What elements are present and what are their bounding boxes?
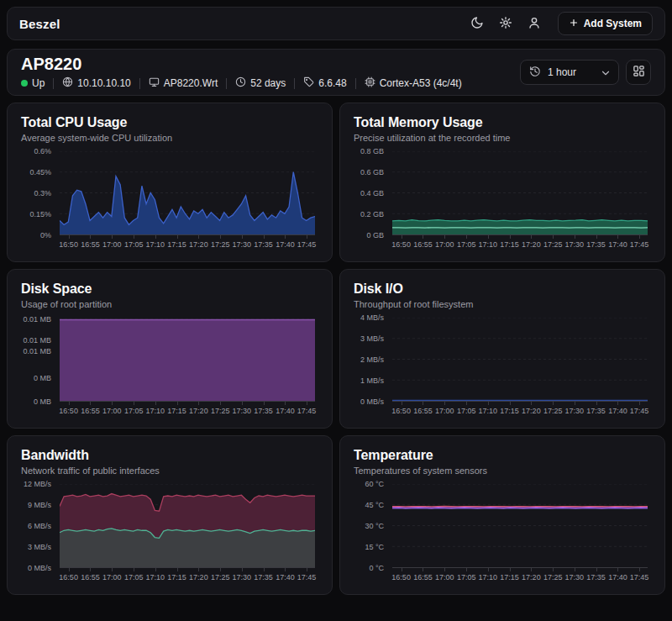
- x-tick-mark: [575, 235, 575, 239]
- x-tick-mark: [639, 235, 640, 239]
- x-axis-labels: 16:5016:5517:0017:0517:1017:1517:2017:25…: [60, 568, 315, 585]
- bandwidth-card: Bandwidth Network traffic of public inte…: [7, 435, 333, 595]
- x-tick-label: 17:45: [297, 240, 317, 249]
- x-tick-mark: [617, 402, 618, 405]
- page: Beszel Add System: [0, 0, 672, 602]
- x-tick-mark: [264, 235, 265, 239]
- x-tick-label: 17:05: [457, 573, 476, 582]
- x-tick-mark: [69, 402, 70, 405]
- x-tick-mark: [423, 235, 423, 239]
- chart-title: Bandwidth: [21, 448, 318, 463]
- y-axis-labels: 4 MB/s3 MB/s2 MB/s1 MB/s0 MB/s: [354, 318, 387, 402]
- x-tick-mark: [639, 568, 640, 571]
- y-tick-label: 0.2 GB: [360, 210, 384, 218]
- x-tick-mark: [264, 402, 265, 405]
- x-tick-mark: [466, 568, 467, 571]
- x-axis-labels: 16:5016:5517:0017:0517:1017:1517:2017:25…: [392, 568, 648, 585]
- x-tick-label: 16:55: [413, 407, 433, 415]
- cpu-usage-card: Total CPU Usage Average system-wide CPU …: [7, 103, 333, 262]
- settings-button[interactable]: [497, 15, 514, 32]
- x-tick-label: 16:50: [391, 573, 411, 582]
- x-tick-mark: [553, 568, 554, 571]
- theme-toggle-button[interactable]: [469, 15, 486, 32]
- x-tick-mark: [402, 568, 402, 571]
- chart-plot[interactable]: [60, 151, 315, 235]
- x-tick-mark: [220, 235, 221, 239]
- y-tick-label: 15 °C: [365, 543, 384, 551]
- system-title: AP8220: [21, 55, 462, 73]
- y-axis-labels: 0.01 MB0.01 MB0.01 MB0 MB0 MB: [21, 318, 55, 402]
- system-hostname: AP8220.Wrt: [149, 76, 218, 90]
- x-tick-label: 17:30: [564, 573, 584, 582]
- x-tick-mark: [423, 402, 423, 405]
- user-icon: [528, 16, 541, 32]
- system-chip-value: Cortex-A53 (4c/4t): [380, 77, 462, 89]
- y-tick-label: 45 °C: [365, 501, 384, 509]
- x-tick-label: 17:20: [522, 573, 541, 582]
- x-tick-label: 17:40: [276, 240, 295, 249]
- memory-usage-card: Total Memory Usage Precise utilization a…: [339, 103, 665, 262]
- x-tick-label: 17:25: [211, 573, 230, 582]
- y-tick-label: 0 °C: [369, 564, 384, 572]
- y-tick-label: 12 MB/s: [24, 480, 51, 488]
- disk-space-chart[interactable]: 0.01 MB0.01 MB0.01 MB0 MB0 MB 16:5016:55…: [21, 316, 318, 420]
- chart-plot[interactable]: [60, 318, 315, 402]
- add-system-button[interactable]: Add System: [558, 12, 653, 35]
- x-tick-mark: [90, 402, 91, 405]
- x-tick-label: 16:50: [59, 240, 78, 249]
- temperature-chart[interactable]: 60 °C45 °C30 °C15 °C0 °C 16:5016:5517:00…: [354, 482, 651, 587]
- x-tick-mark: [510, 235, 511, 239]
- chart-subtitle: Average system-wide CPU utilization: [21, 133, 318, 143]
- x-tick-label: 17:00: [102, 573, 122, 582]
- chart-subtitle: Usage of root partition: [21, 299, 318, 309]
- x-tick-label: 17:45: [297, 573, 317, 582]
- x-tick-label: 17:25: [211, 240, 230, 249]
- time-range-value: 1 hour: [548, 66, 576, 78]
- system-ip-value: 10.10.10.10: [77, 77, 130, 89]
- disk-io-chart[interactable]: 4 MB/s3 MB/s2 MB/s1 MB/s0 MB/s 16:5016:5…: [354, 316, 651, 420]
- y-tick-label: 0.15%: [29, 210, 51, 218]
- cpu-usage-chart[interactable]: 0.6%0.45%0.3%0.15%0% 16:5016:5517:0017:0…: [21, 150, 318, 254]
- y-tick-label: 0.4 GB: [360, 189, 384, 197]
- dashboard-grid-icon: [633, 65, 645, 80]
- x-tick-mark: [466, 235, 467, 239]
- x-tick-label: 17:40: [276, 407, 295, 415]
- x-tick-mark: [285, 235, 286, 239]
- x-tick-label: 17:00: [102, 240, 122, 249]
- x-tick-label: 17:30: [232, 240, 251, 249]
- x-tick-mark: [510, 568, 511, 571]
- y-tick-label: 0.01 MB: [23, 347, 51, 355]
- chart-plot[interactable]: [392, 151, 648, 235]
- x-tick-mark: [466, 402, 467, 405]
- y-tick-label: 0 MB/s: [360, 397, 384, 406]
- brand-logo[interactable]: Beszel: [19, 17, 60, 31]
- x-tick-mark: [69, 235, 70, 239]
- x-tick-label: 16:55: [81, 573, 100, 582]
- x-tick-label: 17:15: [500, 407, 519, 415]
- y-tick-label: 6 MB/s: [28, 522, 51, 530]
- chart-plot[interactable]: [392, 484, 648, 568]
- x-tick-mark: [285, 568, 286, 571]
- system-header: AP8220 Up 10.10.10.10: [7, 49, 665, 96]
- x-tick-label: 17:10: [145, 240, 165, 249]
- x-tick-mark: [617, 568, 618, 571]
- x-tick-label: 17:10: [145, 573, 165, 582]
- x-tick-label: 17:05: [457, 240, 476, 249]
- y-tick-label: 0 MB: [34, 397, 51, 406]
- x-tick-label: 16:55: [413, 573, 433, 582]
- x-tick-label: 16:50: [59, 573, 78, 582]
- x-tick-mark: [444, 402, 445, 405]
- chart-plot[interactable]: [60, 484, 315, 568]
- x-tick-mark: [444, 235, 445, 239]
- time-range-select[interactable]: 1 hour: [520, 60, 619, 85]
- memory-usage-chart[interactable]: 0.8 GB0.6 GB0.4 GB0.2 GB0 GB 16:5016:551…: [354, 150, 651, 254]
- user-menu-button[interactable]: [526, 15, 543, 32]
- y-tick-label: 0.6 GB: [360, 168, 384, 176]
- layout-toggle-button[interactable]: [626, 60, 651, 85]
- y-tick-label: 9 MB/s: [28, 501, 51, 509]
- x-tick-mark: [402, 235, 402, 239]
- bandwidth-chart[interactable]: 12 MB/s9 MB/s6 MB/s3 MB/s0 MB/s 16:5016:…: [21, 482, 318, 587]
- x-tick-label: 17:20: [522, 407, 541, 415]
- chart-plot[interactable]: [392, 318, 648, 402]
- y-tick-label: 0 MB: [34, 374, 51, 382]
